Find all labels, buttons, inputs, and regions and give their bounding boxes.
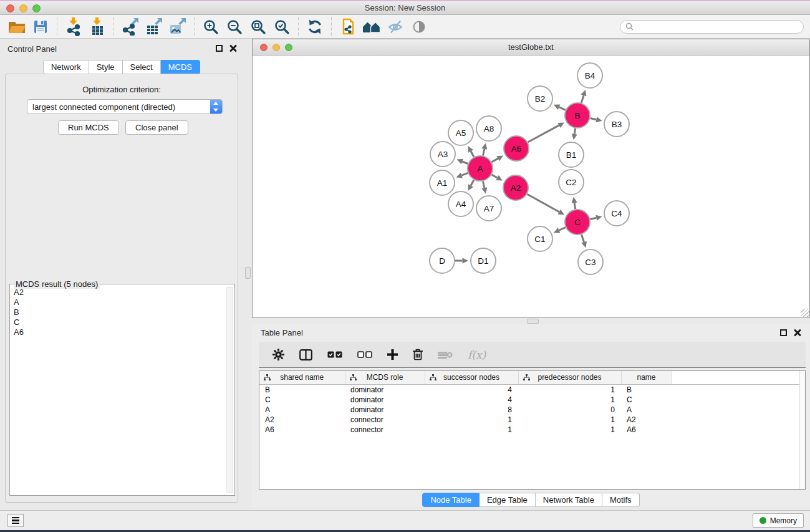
zoom-selected-button[interactable] bbox=[270, 17, 294, 37]
home-button[interactable] bbox=[360, 17, 383, 37]
graph-edge-C-C4[interactable] bbox=[590, 218, 596, 219]
graph-edge-A-A8[interactable] bbox=[483, 149, 484, 156]
graph-node-C[interactable]: C bbox=[565, 210, 590, 235]
close-panel-icon[interactable] bbox=[794, 329, 801, 336]
show-details-button[interactable] bbox=[407, 17, 431, 37]
mcds-result-item[interactable]: B bbox=[11, 307, 226, 317]
table-cell[interactable]: 1 bbox=[518, 425, 621, 435]
tab-network[interactable]: Network bbox=[43, 60, 89, 74]
float-panel-icon[interactable] bbox=[216, 45, 223, 52]
zoom-fit-button[interactable] bbox=[246, 17, 270, 37]
graph-edge-A-A6[interactable] bbox=[491, 158, 498, 162]
window-resize-grip[interactable] bbox=[801, 309, 809, 317]
table-cell[interactable]: 1 bbox=[518, 384, 621, 395]
horizontal-split-handle[interactable] bbox=[527, 319, 539, 324]
zoom-window-light[interactable] bbox=[32, 4, 41, 12]
graph-node-A2[interactable]: A2 bbox=[503, 175, 528, 200]
graph-edge-C-C3[interactable] bbox=[582, 235, 584, 242]
vertical-split-handle[interactable] bbox=[245, 267, 251, 279]
save-session-button[interactable] bbox=[29, 17, 52, 37]
graph-edge-A2-C[interactable] bbox=[527, 194, 559, 212]
tab-select[interactable]: Select bbox=[123, 60, 161, 74]
table-cell[interactable]: connector bbox=[345, 415, 425, 425]
minimize-window-light[interactable] bbox=[272, 44, 280, 51]
tab-edge-table[interactable]: Edge Table bbox=[480, 493, 536, 507]
hide-details-button[interactable] bbox=[383, 17, 407, 37]
tab-network-table[interactable]: Network Table bbox=[536, 493, 602, 507]
table-cell[interactable]: A6 bbox=[259, 425, 345, 435]
graph-edge-A-A4[interactable] bbox=[471, 180, 474, 185]
table-row[interactable]: A6connector11A6 bbox=[259, 425, 801, 435]
table-cell[interactable]: A2 bbox=[259, 415, 345, 425]
table-scrollbar[interactable] bbox=[799, 371, 805, 489]
graph-edge-B-B3[interactable] bbox=[590, 118, 596, 120]
table-cell[interactable]: 8 bbox=[425, 405, 518, 415]
search-input[interactable] bbox=[637, 22, 798, 31]
table-cell[interactable]: connector bbox=[345, 425, 425, 435]
graph-node-A6[interactable]: A6 bbox=[504, 136, 529, 161]
table-row[interactable]: A2connector11A2 bbox=[259, 415, 801, 425]
run-mcds-button[interactable]: Run MCDS bbox=[58, 120, 119, 135]
table-row[interactable]: Cdominator41C bbox=[259, 395, 801, 405]
table-cell[interactable]: dominator bbox=[345, 405, 425, 415]
tab-node-table[interactable]: Node Table bbox=[422, 493, 480, 507]
close-panel-button[interactable]: Close panel bbox=[125, 120, 188, 135]
mcds-result-item[interactable]: A bbox=[11, 297, 226, 307]
graph-node-A1[interactable]: A1 bbox=[430, 170, 455, 195]
graph-node-B4[interactable]: B4 bbox=[577, 63, 602, 88]
graph-edge-B-B1[interactable] bbox=[574, 128, 575, 134]
mcds-result-item[interactable]: A2 bbox=[11, 288, 226, 297]
table-cell[interactable]: A bbox=[621, 405, 672, 415]
float-panel-icon[interactable] bbox=[780, 329, 787, 336]
tab-mcds[interactable]: MCDS bbox=[161, 60, 200, 74]
zoom-window-light[interactable] bbox=[285, 44, 292, 51]
network-window-titlebar[interactable]: testGlobe.txt bbox=[253, 39, 809, 56]
table-row[interactable]: Adominator80A bbox=[259, 405, 801, 415]
tab-motifs[interactable]: Motifs bbox=[602, 493, 640, 507]
column-header-shared-name[interactable]: shared name bbox=[259, 371, 345, 384]
select-all-button[interactable] bbox=[327, 351, 342, 358]
graph-edge-A6-B[interactable] bbox=[528, 125, 559, 142]
zoom-out-button[interactable] bbox=[223, 17, 246, 37]
table-row[interactable]: Bdominator41B bbox=[259, 384, 801, 395]
column-header-name[interactable]: name bbox=[621, 371, 672, 384]
graph-edge-A-A7[interactable] bbox=[483, 181, 484, 188]
zoom-in-button[interactable] bbox=[199, 17, 223, 37]
graph-node-C3[interactable]: C3 bbox=[578, 249, 603, 274]
table-cell[interactable]: 1 bbox=[425, 415, 518, 425]
graph-edge-A-A3[interactable] bbox=[462, 162, 468, 163]
graph-node-A3[interactable]: A3 bbox=[430, 142, 455, 167]
delete-table-button[interactable] bbox=[438, 351, 453, 359]
export-image-button[interactable] bbox=[166, 17, 190, 37]
table-cell[interactable]: dominator bbox=[345, 384, 425, 395]
graph-edge-A-A1[interactable] bbox=[461, 173, 468, 175]
function-builder-button[interactable]: f(x) bbox=[468, 349, 486, 361]
table-cell[interactable]: 0 bbox=[518, 405, 621, 415]
column-header-MCDS-role[interactable]: MCDS role bbox=[345, 371, 425, 384]
apply-layout-button[interactable] bbox=[303, 17, 327, 37]
graph-node-A4[interactable]: A4 bbox=[448, 191, 473, 216]
graph-svg[interactable]: B4B2BB3A8A5A6A3B1AC2A1A2A4A7C4CC1C3DD1 bbox=[253, 56, 809, 317]
graph-edge-C-C2[interactable] bbox=[574, 203, 576, 209]
table-cell[interactable]: dominator bbox=[345, 395, 425, 405]
open-session-button[interactable] bbox=[5, 17, 29, 37]
export-network-button[interactable] bbox=[118, 17, 142, 37]
mcds-result-item[interactable]: A6 bbox=[11, 327, 226, 337]
import-table-button[interactable] bbox=[85, 17, 109, 37]
criterion-select[interactable]: largest connected component (directed) bbox=[27, 99, 223, 114]
result-scrollbar[interactable] bbox=[226, 287, 233, 493]
close-panel-icon[interactable] bbox=[229, 44, 237, 52]
graph-edge-A-A5[interactable] bbox=[471, 151, 474, 157]
graph-node-B1[interactable]: B1 bbox=[559, 142, 584, 167]
table-cell[interactable]: C bbox=[259, 395, 345, 405]
graph-node-A5[interactable]: A5 bbox=[448, 120, 473, 145]
export-table-button[interactable] bbox=[142, 17, 166, 37]
close-window-light[interactable] bbox=[6, 4, 14, 12]
table-cell[interactable]: 4 bbox=[425, 384, 518, 395]
table-cell[interactable]: A6 bbox=[621, 425, 672, 435]
graph-edge-B-B4[interactable] bbox=[581, 95, 584, 103]
minimize-window-light[interactable] bbox=[19, 4, 27, 12]
table-cell[interactable]: A bbox=[259, 405, 345, 415]
network-canvas[interactable]: B4B2BB3A8A5A6A3B1AC2A1A2A4A7C4CC1C3DD1 bbox=[253, 56, 809, 317]
table-cell[interactable]: 1 bbox=[518, 395, 621, 405]
